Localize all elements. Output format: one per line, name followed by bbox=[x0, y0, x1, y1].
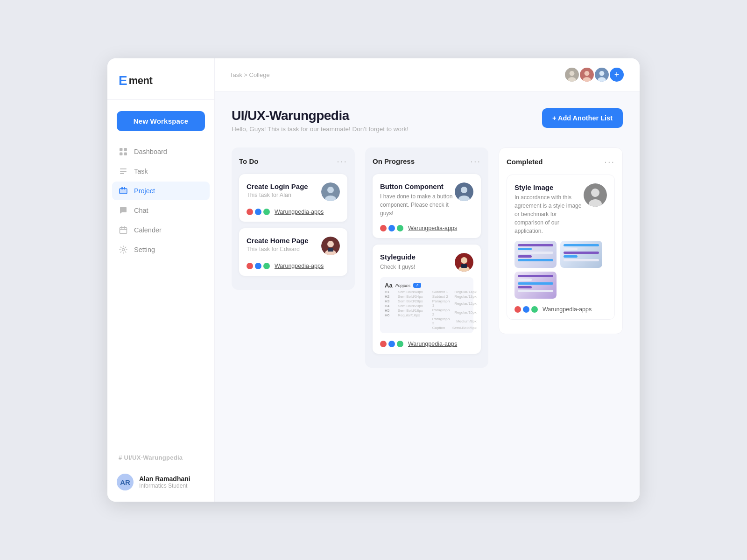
card-dots bbox=[514, 306, 538, 313]
sidebar-item-chat[interactable]: Chat bbox=[112, 201, 210, 220]
column-todo-header: To Do ··· bbox=[239, 156, 347, 167]
sidebar-item-task-label: Task bbox=[134, 168, 148, 175]
svg-rect-9 bbox=[121, 187, 123, 189]
breadcrumb: Task > College bbox=[230, 71, 270, 78]
sidebar-item-calender-label: Calender bbox=[134, 226, 162, 234]
svg-rect-10 bbox=[124, 187, 125, 189]
column-todo-menu[interactable]: ··· bbox=[337, 156, 347, 167]
card-create-home-page: Create Home Page This task for Edward bbox=[239, 228, 347, 276]
styleguide-preview: Aa Poppins ↗ H1SemiBold/48px H2SemiBold/… bbox=[380, 277, 473, 333]
new-workspace-button[interactable]: New Workspace bbox=[117, 111, 205, 131]
calendar-icon bbox=[119, 225, 128, 235]
column-onprogress: On Progress ··· Button Component I have … bbox=[365, 147, 488, 368]
column-onprogress-menu[interactable]: ··· bbox=[470, 156, 481, 167]
card-link[interactable]: Warungpedia-apps bbox=[408, 225, 457, 231]
card-footer: Warungpedia-apps bbox=[380, 225, 473, 231]
card-top: Button Component I have done to make a b… bbox=[380, 182, 473, 217]
svg-rect-1 bbox=[124, 148, 127, 151]
sg-badge: ↗ bbox=[413, 283, 421, 288]
user-name: Alan Ramadhani bbox=[139, 475, 190, 483]
card-link[interactable]: Warungpedia-apps bbox=[543, 306, 592, 313]
add-member-button[interactable]: + bbox=[609, 67, 625, 83]
topbar-avatars: + bbox=[564, 67, 625, 83]
svg-point-17 bbox=[570, 71, 575, 76]
card-text: Styleguide Check it guys! bbox=[380, 253, 416, 271]
column-completed-menu[interactable]: ··· bbox=[604, 156, 615, 167]
svg-rect-5 bbox=[120, 171, 127, 172]
dot-green bbox=[263, 263, 270, 269]
card-link[interactable]: Warungpedia-apps bbox=[275, 209, 324, 215]
page-title: UI/UX-Warungpedia bbox=[232, 108, 409, 123]
card-footer: Warungpedia-apps bbox=[247, 209, 340, 215]
sg-font-name: Poppins bbox=[395, 283, 411, 288]
svg-point-29 bbox=[327, 241, 334, 247]
card-title: Style Image bbox=[514, 183, 584, 191]
svg-point-26 bbox=[327, 187, 334, 193]
card-footer: Warungpedia-apps bbox=[514, 306, 607, 313]
card-create-login-page: Create Login Page This task for Alan bbox=[239, 174, 347, 222]
column-onprogress-header: On Progress ··· bbox=[373, 156, 481, 167]
column-completed-header: Completed ··· bbox=[507, 156, 615, 167]
card-title: Styleguide bbox=[380, 253, 416, 261]
sidebar-item-project[interactable]: Project bbox=[112, 182, 210, 200]
dot-red bbox=[247, 263, 253, 269]
sidebar-item-dashboard[interactable]: Dashboard bbox=[112, 142, 210, 161]
sidebar-item-dashboard-label: Dashboard bbox=[134, 148, 167, 155]
sidebar-item-setting[interactable]: Setting bbox=[112, 240, 210, 259]
add-another-list-button[interactable]: + Add Another List bbox=[542, 108, 623, 128]
svg-rect-13 bbox=[124, 226, 125, 229]
svg-rect-38 bbox=[461, 264, 467, 268]
topbar-avatar-3 bbox=[594, 67, 610, 83]
dot-red bbox=[514, 306, 521, 313]
chat-icon bbox=[119, 206, 128, 215]
topbar-avatar-1 bbox=[564, 67, 580, 83]
column-onprogress-title: On Progress bbox=[373, 157, 415, 165]
grid-icon bbox=[119, 147, 128, 156]
card-subtitle: This task for Alan bbox=[247, 192, 308, 198]
app-window: E ment New Workspace Dashboard bbox=[107, 58, 640, 502]
svg-point-33 bbox=[461, 187, 467, 193]
card-desc: In accordance with this agreement is a s… bbox=[514, 193, 584, 235]
card-link[interactable]: Warungpedia-apps bbox=[408, 341, 457, 347]
sidebar-item-calender[interactable]: Calender bbox=[112, 221, 210, 239]
card-top: Style Image In accordance with this agre… bbox=[514, 183, 607, 235]
card-style-image: Style Image In accordance with this agre… bbox=[507, 175, 615, 320]
card-text: Create Home Page This task for Edward bbox=[247, 237, 309, 252]
topbar: Task > College + bbox=[215, 58, 640, 91]
card-desc: Check it guys! bbox=[380, 263, 416, 271]
card-text: Style Image In accordance with this agre… bbox=[514, 183, 584, 235]
card-avatar-sg bbox=[455, 253, 473, 272]
dot-green bbox=[397, 225, 403, 231]
dot-green bbox=[397, 341, 403, 347]
svg-rect-0 bbox=[120, 148, 123, 151]
card-avatar-alan bbox=[321, 182, 340, 201]
svg-rect-14 bbox=[120, 229, 127, 230]
card-subtitle: This task for Edward bbox=[247, 246, 309, 252]
logo-letter: E bbox=[119, 73, 127, 88]
svg-point-15 bbox=[122, 249, 125, 251]
card-title: Button Component bbox=[380, 182, 455, 190]
card-top: Create Home Page This task for Edward bbox=[247, 237, 340, 255]
card-link[interactable]: Warungpedia-apps bbox=[275, 263, 324, 269]
logo-text: ment bbox=[129, 75, 153, 87]
card-text: Create Login Page This task for Alan bbox=[247, 182, 308, 198]
sidebar-nav: Dashboard Task bbox=[107, 139, 214, 443]
card-top: Create Login Page This task for Alan bbox=[247, 182, 340, 201]
dot-blue bbox=[255, 209, 261, 215]
content-area: UI/UX-Warungpedia Hello, Guys! This is t… bbox=[215, 91, 640, 502]
column-completed-title: Completed bbox=[507, 158, 543, 166]
user-info: Alan Ramadhani Informatics Student bbox=[139, 475, 190, 489]
dot-blue bbox=[388, 341, 395, 347]
svg-rect-2 bbox=[120, 153, 123, 156]
svg-rect-12 bbox=[121, 226, 122, 229]
svg-point-36 bbox=[461, 257, 467, 264]
card-dots bbox=[380, 341, 403, 347]
style-image-screenshots bbox=[514, 241, 607, 299]
card-footer: Warungpedia-apps bbox=[380, 341, 473, 347]
sidebar-item-task[interactable]: Task bbox=[112, 162, 210, 181]
dot-blue bbox=[388, 225, 395, 231]
screenshot-thumb-1 bbox=[514, 241, 557, 268]
card-title: Create Home Page bbox=[247, 237, 309, 245]
svg-rect-31 bbox=[328, 248, 333, 252]
user-role: Informatics Student bbox=[139, 483, 190, 489]
